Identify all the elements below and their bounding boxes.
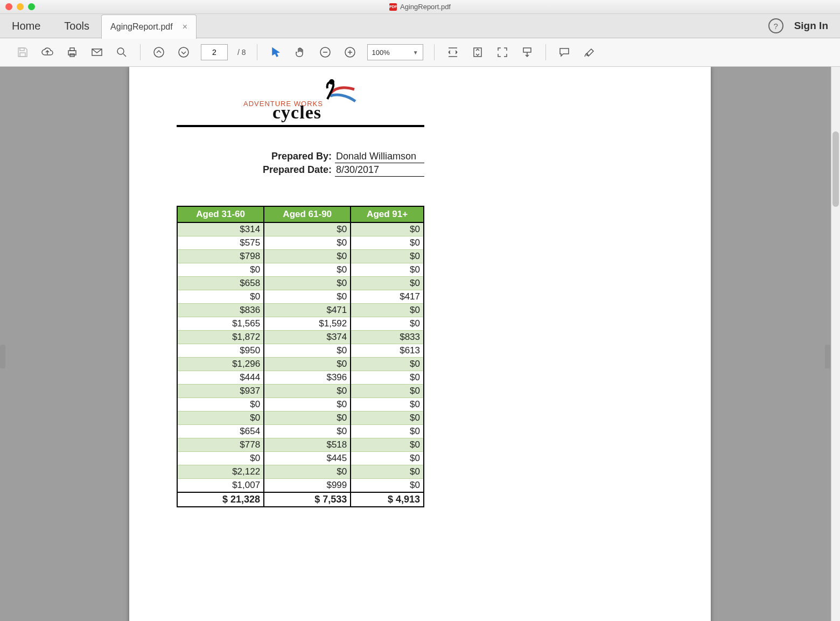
zoom-value: 100% bbox=[372, 48, 390, 57]
table-row: $0$0$0 bbox=[177, 411, 424, 425]
table-cell: $0 bbox=[351, 250, 424, 263]
table-cell: $0 bbox=[264, 222, 351, 236]
print-icon[interactable] bbox=[65, 45, 80, 60]
table-cell: $0 bbox=[351, 277, 424, 290]
right-panel-handle[interactable] bbox=[825, 345, 830, 368]
page-total: / 8 bbox=[237, 48, 246, 57]
col-header: Aged 61-90 bbox=[264, 206, 351, 222]
table-cell: $0 bbox=[351, 222, 424, 236]
table-row: $314$0$0 bbox=[177, 222, 424, 236]
sign-icon[interactable] bbox=[582, 45, 597, 60]
aging-table: Aged 31-60 Aged 61-90 Aged 91+ $314$0$0$… bbox=[177, 206, 424, 507]
zoom-out-icon[interactable] bbox=[318, 45, 333, 60]
left-panel-handle[interactable] bbox=[0, 345, 5, 368]
zoom-in-icon[interactable] bbox=[342, 45, 358, 60]
nav-home[interactable]: Home bbox=[0, 14, 52, 38]
table-row: $0$445$0 bbox=[177, 452, 424, 465]
next-page-icon[interactable] bbox=[176, 45, 191, 60]
table-cell: $613 bbox=[351, 344, 424, 358]
fullscreen-icon[interactable] bbox=[495, 45, 510, 60]
table-cell: $0 bbox=[351, 385, 424, 398]
table-row: $1,872$374$833 bbox=[177, 331, 424, 344]
fit-width-icon[interactable] bbox=[445, 45, 460, 60]
table-cell: $658 bbox=[177, 277, 264, 290]
table-cell: $937 bbox=[177, 385, 264, 398]
cloud-upload-icon[interactable] bbox=[40, 45, 55, 60]
prev-page-icon[interactable] bbox=[151, 45, 166, 60]
table-cell: $518 bbox=[264, 438, 351, 452]
table-row: $937$0$0 bbox=[177, 385, 424, 398]
document-viewport[interactable]: ADVENTURE WORKS cycles Prepared By: Dona… bbox=[0, 67, 840, 621]
table-row: $2,122$0$0 bbox=[177, 465, 424, 479]
table-cell: $0 bbox=[351, 479, 424, 493]
table-row: $0$0$0 bbox=[177, 263, 424, 277]
comment-icon[interactable] bbox=[557, 45, 572, 60]
table-cell: $0 bbox=[264, 277, 351, 290]
table-row: $654$0$0 bbox=[177, 425, 424, 438]
select-tool-icon[interactable] bbox=[268, 45, 283, 60]
table-header-row: Aged 31-60 Aged 61-90 Aged 91+ bbox=[177, 206, 424, 222]
nav-tools[interactable]: Tools bbox=[52, 14, 101, 38]
save-icon[interactable] bbox=[15, 45, 30, 60]
zoom-select[interactable]: 100% ▼ bbox=[367, 44, 423, 60]
table-row: $0$0$417 bbox=[177, 290, 424, 304]
search-icon[interactable] bbox=[114, 45, 129, 60]
company-logo: ADVENTURE WORKS cycles bbox=[177, 80, 424, 127]
vertical-scrollbar[interactable] bbox=[831, 67, 840, 621]
table-cell: $0 bbox=[351, 236, 424, 250]
table-cell: $836 bbox=[177, 304, 264, 317]
table-cell: $0 bbox=[264, 358, 351, 371]
col-header: Aged 31-60 bbox=[177, 206, 264, 222]
table-cell: $575 bbox=[177, 236, 264, 250]
table-row: $836$471$0 bbox=[177, 304, 424, 317]
table-cell: $0 bbox=[177, 263, 264, 277]
table-cell: $1,592 bbox=[264, 317, 351, 331]
page-number-input[interactable] bbox=[201, 44, 228, 60]
sign-in-button[interactable]: Sign In bbox=[794, 20, 828, 32]
table-cell: $0 bbox=[351, 411, 424, 425]
table-cell: $314 bbox=[177, 222, 264, 236]
table-total-cell: $ 4,913 bbox=[351, 492, 424, 507]
document-tab-label: AgingReport.pdf bbox=[110, 22, 173, 32]
help-icon[interactable]: ? bbox=[768, 18, 783, 33]
table-cell: $0 bbox=[264, 263, 351, 277]
prepared-date-label: Prepared Date: bbox=[263, 164, 332, 176]
table-cell: $0 bbox=[351, 358, 424, 371]
read-mode-icon[interactable] bbox=[520, 45, 535, 60]
close-tab-icon[interactable]: × bbox=[183, 22, 187, 32]
titlebar: PDF AgingReport.pdf bbox=[0, 0, 840, 14]
document-tab[interactable]: AgingReport.pdf × bbox=[101, 15, 197, 39]
report-meta: Prepared By: Donald Williamson Prepared … bbox=[177, 151, 424, 177]
table-cell: $0 bbox=[264, 290, 351, 304]
svg-point-8 bbox=[179, 47, 188, 57]
svg-rect-2 bbox=[68, 51, 76, 55]
table-cell: $0 bbox=[351, 465, 424, 479]
col-header: Aged 91+ bbox=[351, 206, 424, 222]
table-row: $798$0$0 bbox=[177, 250, 424, 263]
table-row: $778$518$0 bbox=[177, 438, 424, 452]
table-cell: $0 bbox=[264, 344, 351, 358]
table-row: $1,007$999$0 bbox=[177, 479, 424, 493]
table-row: $575$0$0 bbox=[177, 236, 424, 250]
table-cell: $1,565 bbox=[177, 317, 264, 331]
hand-tool-icon[interactable] bbox=[293, 45, 308, 60]
table-cell: $0 bbox=[177, 411, 264, 425]
scrollbar-thumb[interactable] bbox=[832, 131, 839, 207]
table-row: $1,296$0$0 bbox=[177, 358, 424, 371]
table-row: $950$0$613 bbox=[177, 344, 424, 358]
svg-rect-0 bbox=[20, 48, 24, 51]
table-cell: $0 bbox=[177, 290, 264, 304]
fit-page-icon[interactable] bbox=[470, 45, 485, 60]
table-cell: $2,122 bbox=[177, 465, 264, 479]
prepared-by-label: Prepared By: bbox=[271, 151, 332, 162]
svg-rect-1 bbox=[20, 53, 25, 57]
table-cell: $1,872 bbox=[177, 331, 264, 344]
table-cell: $0 bbox=[351, 398, 424, 411]
logo-text-bottom: cycles bbox=[272, 102, 321, 123]
table-total-cell: $ 7,533 bbox=[264, 492, 351, 507]
table-cell: $1,007 bbox=[177, 479, 264, 493]
svg-point-7 bbox=[154, 47, 164, 57]
table-cell: $396 bbox=[264, 371, 351, 385]
table-total-cell: $ 21,328 bbox=[177, 492, 264, 507]
email-icon[interactable] bbox=[89, 45, 104, 60]
